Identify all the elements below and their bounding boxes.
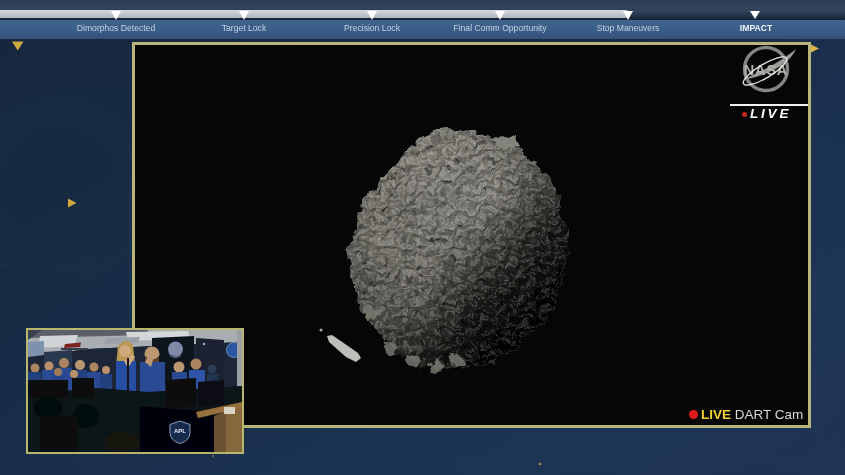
svg-text:NASA: NASA [744, 62, 788, 78]
svg-text:APL: APL [174, 428, 186, 434]
